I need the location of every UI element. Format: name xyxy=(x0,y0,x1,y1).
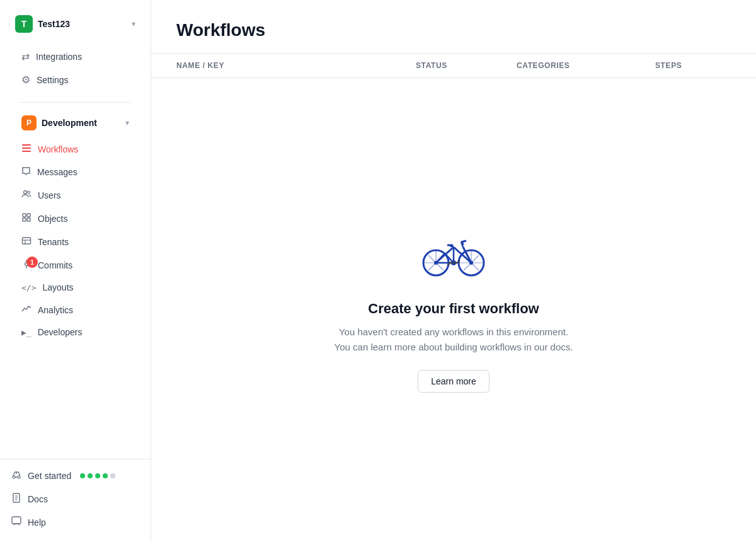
sidebar-divider xyxy=(20,102,130,103)
global-nav: ⇄ Integrations ⚙ Settings xyxy=(10,43,140,97)
col-header-name: NAME / KEY xyxy=(176,61,416,70)
sidebar-top: T Test123 ▾ ⇄ Integrations ⚙ Settings P … xyxy=(0,0,151,346)
sidebar-item-get-started[interactable]: Get started xyxy=(5,464,146,487)
sidebar-bottom: Get started Docs xyxy=(0,459,151,542)
empty-state-description: You haven't created any workflows in thi… xyxy=(334,325,573,355)
environment-section: P Development ▾ Workflows xyxy=(10,108,140,346)
sidebar-item-layouts[interactable]: </> Layouts xyxy=(15,277,135,297)
docs-label: Docs xyxy=(28,494,48,504)
settings-label: Settings xyxy=(37,75,69,85)
svg-rect-9 xyxy=(23,238,31,244)
sidebar-item-commits[interactable]: 1 Commits xyxy=(15,254,135,276)
org-name: Test123 xyxy=(38,19,132,29)
svg-rect-2 xyxy=(22,151,31,152)
empty-state-title: Create your first workflow xyxy=(368,301,539,317)
org-selector[interactable]: T Test123 ▾ xyxy=(10,10,140,38)
sidebar-item-settings[interactable]: ⚙ Settings xyxy=(15,69,135,91)
chevron-down-icon: ▾ xyxy=(132,20,135,28)
col-header-steps: STEPS xyxy=(655,61,731,70)
analytics-icon xyxy=(21,304,32,316)
org-avatar: T xyxy=(15,15,33,33)
svg-rect-0 xyxy=(22,144,31,146)
messages-icon xyxy=(21,166,31,178)
sidebar-item-analytics[interactable]: Analytics xyxy=(15,299,135,321)
sidebar-item-users[interactable]: Users xyxy=(15,184,135,206)
users-icon xyxy=(21,189,32,201)
page-title: Workflows xyxy=(176,20,731,40)
progress-dot-2 xyxy=(88,473,93,478)
progress-dot-4 xyxy=(103,473,108,478)
integrations-label: Integrations xyxy=(36,52,82,62)
developers-label: Developers xyxy=(38,327,83,337)
developers-icon: ▶_ xyxy=(21,328,32,337)
env-avatar: P xyxy=(21,115,37,130)
commits-label: Commits xyxy=(38,260,72,270)
layouts-label: Layouts xyxy=(42,282,73,292)
tenants-icon xyxy=(21,236,32,248)
analytics-label: Analytics xyxy=(38,305,73,315)
settings-icon: ⚙ xyxy=(21,74,30,86)
sidebar-item-tenants[interactable]: Tenants xyxy=(15,231,135,253)
svg-point-15 xyxy=(13,476,15,478)
sidebar-item-messages[interactable]: Messages xyxy=(15,161,135,183)
objects-icon xyxy=(21,212,32,224)
svg-point-16 xyxy=(18,476,20,478)
progress-dot-3 xyxy=(95,473,100,478)
docs-icon xyxy=(11,493,21,505)
progress-dot-1 xyxy=(80,473,85,478)
sidebar-item-workflows[interactable]: Workflows xyxy=(15,138,135,160)
messages-label: Messages xyxy=(37,167,77,177)
svg-point-3 xyxy=(24,191,27,194)
col-header-categories: CATEGORIES xyxy=(517,61,655,70)
layouts-icon: </> xyxy=(21,283,36,292)
sidebar-item-docs[interactable]: Docs xyxy=(5,488,146,510)
env-chevron-icon: ▾ xyxy=(125,118,129,127)
workflows-icon xyxy=(21,143,32,155)
col-header-status: STATUS xyxy=(416,61,517,70)
sidebar-item-integrations[interactable]: ⇄ Integrations xyxy=(15,45,135,67)
main-content: Workflows NAME / KEY STATUS CATEGORIES S… xyxy=(151,0,756,542)
environment-selector[interactable]: P Development ▾ xyxy=(15,110,135,136)
svg-rect-8 xyxy=(27,218,30,221)
svg-rect-5 xyxy=(23,214,26,217)
table-header: NAME / KEY STATUS CATEGORIES STEPS xyxy=(151,54,756,78)
progress-dot-5 xyxy=(110,473,115,478)
sidebar: T Test123 ▾ ⇄ Integrations ⚙ Settings P … xyxy=(0,0,151,542)
env-name: Development xyxy=(42,118,125,128)
learn-more-button[interactable]: Learn more xyxy=(418,370,490,393)
empty-state: Create your first workflow You haven't c… xyxy=(151,78,756,542)
svg-rect-22 xyxy=(12,517,21,524)
sidebar-item-objects[interactable]: Objects xyxy=(15,207,135,229)
sidebar-item-developers[interactable]: ▶_ Developers xyxy=(15,322,135,342)
svg-rect-1 xyxy=(22,147,31,149)
svg-point-4 xyxy=(28,191,30,193)
tenants-label: Tenants xyxy=(38,237,69,247)
bicycle-illustration xyxy=(422,228,485,285)
commits-icon: 1 xyxy=(21,259,32,271)
help-icon xyxy=(11,516,21,528)
sidebar-item-help[interactable]: Help xyxy=(5,511,146,533)
help-label: Help xyxy=(28,517,46,528)
svg-rect-6 xyxy=(27,214,30,217)
progress-dots xyxy=(80,473,115,478)
objects-label: Objects xyxy=(38,214,67,224)
svg-rect-7 xyxy=(23,218,26,221)
workflows-label: Workflows xyxy=(38,144,78,154)
get-started-icon xyxy=(11,470,21,481)
users-label: Users xyxy=(38,190,61,200)
integrations-icon: ⇄ xyxy=(21,50,30,62)
commits-badge: 1 xyxy=(26,257,38,268)
get-started-label: Get started xyxy=(28,471,71,481)
page-header: Workflows xyxy=(151,0,756,54)
